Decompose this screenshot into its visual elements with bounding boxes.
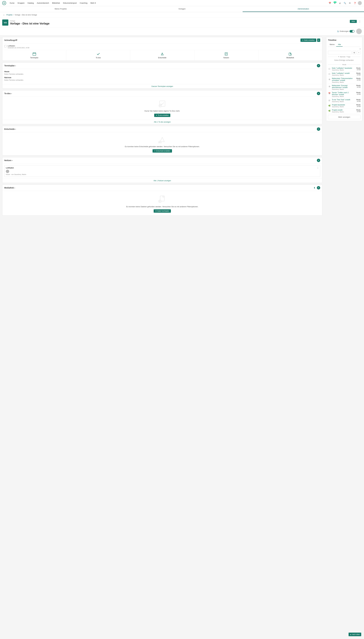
nav-dokumentenpool[interactable]: Dokumentenpool bbox=[62, 2, 78, 5]
terminplan-show-all[interactable]: Ganzen Terminplan anzeigen bbox=[2, 84, 322, 89]
timeline-search-gear-icon[interactable]: ⚙ bbox=[352, 51, 356, 54]
timeline-item-author-4: Sauerbrey, Martin bbox=[332, 96, 355, 97]
quick-entscheide[interactable]: Entscheide bbox=[130, 50, 194, 61]
chevron-right-icon: › bbox=[15, 65, 16, 67]
leitfaden-date: Geändert am 29.06.2023, 14:58 bbox=[8, 47, 29, 49]
logo[interactable] bbox=[2, 1, 6, 5]
notizen-header: Notizen › + bbox=[2, 157, 322, 164]
note-icon-1: ☐ bbox=[328, 73, 331, 75]
todos-show-all[interactable]: Alle 1 To-dos anzeigen bbox=[2, 120, 322, 124]
upload-icon: ⬆ bbox=[155, 210, 157, 212]
help-icon[interactable]: ❓ bbox=[353, 1, 357, 5]
upload-file-button[interactable]: ⬆ Datei hochladen bbox=[154, 209, 171, 213]
terminplan-today-label: Heute bbox=[4, 71, 320, 73]
tab-vorlagen[interactable]: Vorlagen bbox=[122, 6, 243, 12]
timeline-search-input[interactable] bbox=[328, 51, 352, 54]
leitfaden-item[interactable]: Leitfaden Geändert am 29.06.2023, 14:58 bbox=[2, 44, 322, 50]
entscheide-add-button[interactable]: + bbox=[317, 127, 320, 131]
quick-terminplan[interactable]: Terminplan bbox=[2, 50, 66, 61]
tab-administration[interactable]: Administration bbox=[242, 6, 364, 12]
timeline-item-time-0: Heute 14:58 bbox=[356, 67, 360, 71]
mediathek-title-link[interactable]: Mediathek › bbox=[4, 187, 15, 189]
changes-toggle-switch[interactable] bbox=[350, 30, 354, 33]
user-avatar-large[interactable] bbox=[356, 29, 362, 34]
timeline-item-title-5[interactable]: To-do "Test Todo" erstellt bbox=[332, 99, 355, 101]
nav-kurse[interactable]: Kurse bbox=[8, 2, 16, 5]
timeline-item-author-7: Sauerbrey, Martin bbox=[332, 111, 355, 113]
leaf-icon-7: 🌿 bbox=[328, 109, 331, 112]
search-icon[interactable]: 🔍 bbox=[343, 1, 347, 5]
terminplan-title-link[interactable]: Terminplan › bbox=[4, 65, 16, 67]
changes-toggle-area: 📡 Änderungen bbox=[337, 30, 354, 33]
nav-coaching[interactable]: Coaching bbox=[78, 2, 89, 5]
mediathek-add-button[interactable]: + bbox=[317, 186, 320, 189]
quick-todo[interactable]: To-dos bbox=[66, 50, 130, 61]
nav-mehr[interactable]: Mehr ▾ bbox=[89, 2, 97, 5]
timeline-item-2: ◎ Meilenstein "Dokumentation schreiben" … bbox=[328, 77, 360, 84]
timeline-no-entries: Keine Einträge vorhanden. bbox=[328, 59, 360, 63]
back-button[interactable]: ‹ bbox=[2, 13, 6, 17]
timeline-item-time-6: Heute 14:58 bbox=[356, 104, 360, 107]
mediathek-upload-icon[interactable]: ⬆ bbox=[313, 186, 316, 189]
svg-point-19 bbox=[159, 142, 160, 143]
top-navigation: Kurse Gruppen Katalog Autorenbereich Bib… bbox=[0, 0, 364, 6]
timeline-item-title-6[interactable]: Projekt bearbeitet bbox=[332, 104, 355, 106]
timeline-content-2: Meilenstein "Dokumentation schreiben" er… bbox=[332, 78, 355, 83]
timeline-item-title-0[interactable]: Notiz "Leitfaden" bearbeitet bbox=[332, 67, 355, 69]
timeline-tab-meine[interactable]: Meine bbox=[328, 43, 336, 47]
timeline-item-title-4[interactable]: Termin "Treffen nach 2 Wochen" erstellt bbox=[332, 92, 355, 96]
notizen-section: Notizen › + ⋮ Leitfaden Heute - von Saue… bbox=[2, 157, 322, 183]
mail-icon[interactable]: ✉ bbox=[348, 1, 352, 5]
terminplan-add-button[interactable]: + bbox=[317, 64, 320, 67]
tab-meine-projekte[interactable]: Meine Projekte bbox=[0, 6, 122, 12]
terminplan-header: Terminplan › + bbox=[2, 63, 322, 69]
create-note-button[interactable]: ✦ Notiz erstellen bbox=[300, 39, 316, 42]
mehr-anzeigen-button[interactable]: Mehr anzeigen bbox=[328, 115, 360, 119]
timeline-content-6: Projekt bearbeitet Sauerbrey, Martin bbox=[332, 104, 355, 108]
create-todo-button[interactable]: ✦ To-do erstellen bbox=[154, 114, 170, 117]
timeline-item-title-3[interactable]: Meilenstein "Konzept abschliessen" erste… bbox=[332, 85, 355, 89]
timeline-item-time-1: Heute 14:58 bbox=[356, 72, 360, 76]
timeline-tab-alle[interactable]: Alle bbox=[336, 43, 342, 47]
todos-title-link[interactable]: To-dos › bbox=[4, 92, 12, 95]
nav-gruppen[interactable]: Gruppen bbox=[16, 2, 26, 5]
mediathek-empty-message: Es konnten keine Dateien gefunden werden… bbox=[126, 206, 198, 208]
tab-bar: Meine Projekte Vorlagen Administration bbox=[0, 6, 364, 12]
print-icon[interactable]: 🖨 bbox=[338, 1, 342, 5]
timeline-dropdown-toggle[interactable]: ▾ bbox=[360, 48, 360, 50]
create-entscheid-button[interactable]: ✦ Entscheid erstellen bbox=[152, 149, 172, 153]
quick-icons-row: Terminplan To-dos Entscheide bbox=[2, 50, 322, 61]
timeline-item-title-2[interactable]: Meilenstein "Dokumentation schreiben" er… bbox=[332, 78, 355, 81]
notizen-show-all[interactable]: Alle 1 Notizen anzeigen bbox=[2, 179, 322, 183]
activity-badge: 0/0 bbox=[334, 2, 336, 3]
calendar-icon[interactable]: 📅 bbox=[328, 1, 332, 5]
entscheide-title-link[interactable]: Entscheide › bbox=[4, 128, 16, 130]
timeline-item-title-7[interactable]: Projekt erstellt bbox=[332, 109, 355, 111]
notizen-title-link[interactable]: Notizen › bbox=[4, 159, 12, 162]
timeline-item-title-1[interactable]: Notiz "Leitfaden" erstellt bbox=[332, 72, 355, 74]
todos-add-button[interactable]: + bbox=[317, 92, 320, 95]
entscheide-empty-message: Es konnten keine Entscheide gefunden wer… bbox=[125, 146, 200, 148]
quick-notizen[interactable]: Notizen bbox=[194, 50, 258, 61]
todos-empty-icon bbox=[158, 100, 167, 108]
timeline-item-author-0: Sauerbrey, Martin bbox=[332, 69, 355, 71]
mediathek-header: Mediathek › ⬆ + bbox=[2, 185, 322, 191]
timeline-search-area: ⚙ ▿ bbox=[328, 51, 360, 54]
page-header-left: VO Vorlage Vorlage - Dies ist eine Vorla… bbox=[2, 20, 50, 26]
timeline-filter-icon[interactable]: ▿ bbox=[357, 51, 360, 54]
schnellzugriff-title: Schnellzugriff bbox=[4, 39, 17, 41]
note-dropdown-button[interactable]: ▾ bbox=[317, 39, 320, 42]
quick-mediathek[interactable]: Mediathek bbox=[258, 50, 322, 61]
note-menu-button[interactable]: ⋮ bbox=[317, 167, 319, 169]
options-button[interactable]: ⋮ bbox=[358, 20, 362, 23]
notizen-add-button[interactable]: + bbox=[317, 159, 320, 162]
nav-katalog[interactable]: Katalog bbox=[26, 2, 35, 5]
timeline-content-5: To-do "Test Todo" erstellt Sauerbrey, Ma… bbox=[332, 99, 355, 102]
nav-autorenbereich[interactable]: Autorenbereich bbox=[36, 2, 50, 5]
breadcrumb-projekte[interactable]: Projekte bbox=[6, 14, 12, 16]
nav-bibliothek[interactable]: Bibliothek bbox=[51, 2, 61, 5]
plus-icon: ✦ bbox=[302, 39, 304, 41]
timeline-item-time-4: Heute 14:58 bbox=[356, 92, 360, 95]
user-avatar[interactable] bbox=[358, 1, 362, 5]
activity-icon[interactable]: ● 0/0 bbox=[333, 1, 337, 5]
